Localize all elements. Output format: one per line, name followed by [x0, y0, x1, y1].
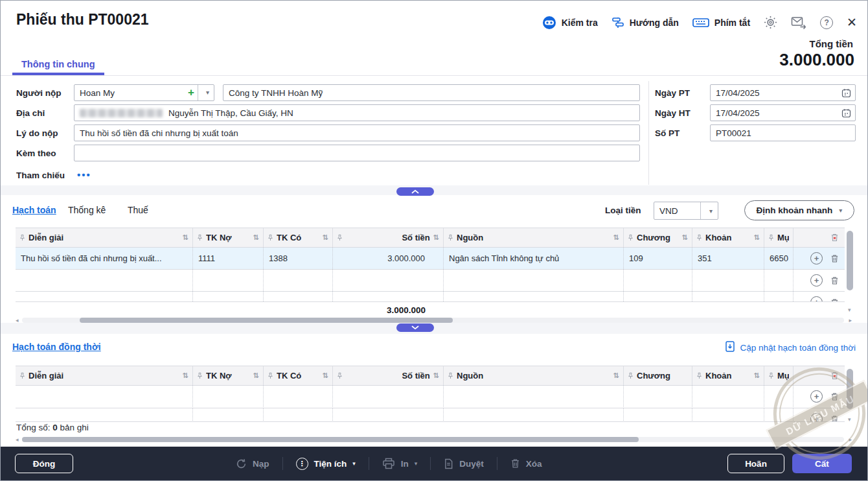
calendar-icon[interactable] — [841, 108, 851, 120]
simultaneous-row-clipped[interactable]: + — [16, 408, 845, 422]
add-row-icon[interactable]: + — [810, 413, 823, 422]
collapse-table-button[interactable] — [396, 323, 434, 332]
delete-row-icon[interactable] — [830, 254, 839, 263]
sort-icon[interactable]: ⇅ — [323, 371, 328, 380]
scroll-down-arrow[interactable]: ▾ — [848, 416, 851, 423]
pin-icon[interactable] — [197, 234, 203, 241]
add-payer-icon[interactable]: + — [188, 86, 194, 99]
col-header-amount[interactable]: Số tiền ⇅ — [333, 228, 444, 247]
sort-icon[interactable]: ⇅ — [253, 371, 259, 380]
scroll-right-arrow[interactable]: ▸ — [849, 436, 852, 443]
pin-icon[interactable] — [337, 234, 343, 241]
save-button[interactable]: Cất — [792, 454, 852, 473]
delete-all-icon[interactable] — [830, 371, 839, 381]
sort-icon[interactable]: ⇅ — [183, 371, 188, 380]
scroll-down-arrow[interactable]: ▾ — [848, 307, 851, 313]
sort-icon[interactable]: ⇅ — [433, 371, 439, 380]
payer-dropdown-icon[interactable]: ▾ — [206, 89, 209, 96]
payer-input[interactable]: Hoan My + ▾ — [74, 84, 214, 101]
settings-gear-icon[interactable] — [764, 16, 777, 29]
collapse-form-button[interactable] — [396, 187, 434, 196]
sort-icon[interactable]: ⇅ — [754, 233, 760, 242]
simultaneous-row-empty[interactable]: + — [16, 386, 845, 408]
col-header-desc[interactable]: Diễn giải ⇅ — [16, 228, 193, 247]
scrollbar-thumb[interactable] — [847, 369, 853, 409]
col-header-sub[interactable]: Mục — [764, 366, 794, 385]
pin-icon[interactable] — [768, 372, 774, 379]
add-row-icon[interactable]: + — [810, 274, 823, 287]
postpone-button[interactable]: Hoãn — [727, 454, 784, 473]
accounting-row-empty[interactable]: + — [16, 270, 845, 292]
sort-icon[interactable]: ⇅ — [433, 233, 439, 242]
sort-icon[interactable]: ⇅ — [613, 371, 619, 380]
currency-select[interactable]: VND ▾ — [654, 202, 718, 220]
delete-button[interactable]: Xóa — [510, 458, 542, 469]
delete-row-icon[interactable] — [830, 415, 839, 423]
pin-icon[interactable] — [768, 234, 774, 241]
col-header-source[interactable]: Nguồn ⇅ — [444, 228, 624, 247]
pin-icon[interactable] — [268, 234, 273, 241]
delete-row-icon[interactable] — [830, 392, 839, 401]
receipt-no-input[interactable]: PT00021 — [710, 124, 856, 141]
col-header-item[interactable]: Khoản ⇅ — [692, 228, 764, 247]
pin-icon[interactable] — [696, 372, 702, 379]
pin-icon[interactable] — [337, 372, 343, 379]
col-header-chapter[interactable]: Chương — [624, 366, 692, 385]
col-header-credit[interactable]: TK Có ⇅ — [264, 228, 333, 247]
shortcut-button[interactable]: Phím tắt — [692, 17, 750, 29]
tab-general-info[interactable]: Thông tin chung — [12, 56, 104, 75]
print-button[interactable]: In ▾ — [382, 458, 418, 469]
sort-icon[interactable]: ⇅ — [183, 233, 188, 242]
approve-button[interactable]: Duyệt — [444, 458, 484, 469]
col-header-item[interactable]: Khoản ⇅ — [692, 366, 764, 385]
update-simultaneous-link[interactable]: Cập nhật hạch toán đồng thời — [725, 340, 856, 355]
simultaneous-title-link[interactable]: Hạch toán đồng thời — [12, 342, 101, 352]
col-header-desc[interactable]: Diễn giải ⇅ — [16, 366, 193, 385]
pin-icon[interactable] — [696, 234, 702, 241]
scrollbar-thumb[interactable] — [80, 318, 453, 323]
reload-button[interactable]: Nạp — [236, 458, 269, 469]
check-button[interactable]: Kiểm tra — [542, 16, 598, 30]
accounting-row-clipped[interactable]: + — [16, 292, 845, 302]
sort-icon[interactable]: ⇅ — [682, 233, 688, 242]
add-row-icon[interactable]: + — [810, 252, 823, 264]
help-icon[interactable]: ? — [820, 16, 833, 29]
scrollbar-thumb[interactable] — [22, 437, 639, 442]
quick-entry-button[interactable]: Định khoản nhanh ▾ — [744, 200, 854, 220]
pin-icon[interactable] — [268, 372, 273, 379]
pin-icon[interactable] — [628, 234, 634, 241]
tab-statistics[interactable]: Thống kê — [68, 205, 106, 215]
col-header-debit[interactable]: TK Nợ ⇅ — [193, 228, 264, 247]
pin-icon[interactable] — [197, 372, 203, 379]
col-header-debit[interactable]: TK Nợ ⇅ — [193, 366, 264, 385]
sort-icon[interactable]: ⇅ — [613, 233, 619, 242]
send-mail-icon[interactable] — [791, 16, 806, 29]
reference-more-icon[interactable]: ••• — [77, 167, 91, 183]
utilities-button[interactable]: ⋮ Tiện ích ▾ — [296, 458, 356, 470]
scroll-left-arrow[interactable]: ◂ — [16, 436, 19, 443]
delete-row-icon[interactable] — [830, 276, 839, 285]
pin-icon[interactable] — [19, 372, 25, 379]
add-row-icon[interactable]: + — [810, 390, 823, 403]
col-header-amount[interactable]: Số tiền ⇅ — [333, 366, 444, 385]
col-header-credit[interactable]: TK Có ⇅ — [264, 366, 333, 385]
attachment-input[interactable] — [74, 145, 640, 161]
tab-accounting[interactable]: Hạch toán — [12, 205, 56, 215]
sort-icon[interactable]: ⇅ — [754, 371, 760, 380]
delete-all-icon[interactable] — [830, 233, 839, 242]
receipt-date-input[interactable]: 17/04/2025 — [710, 84, 856, 101]
close-button[interactable]: Đóng — [15, 454, 73, 473]
payer-company-input[interactable]: Công ty TNHH Hoàn Mỹ — [223, 84, 640, 101]
reason-input[interactable]: Thu hồi số tiền đã chi nhưng bị xuất toá… — [74, 124, 640, 141]
scrollbar-thumb[interactable] — [847, 231, 853, 290]
accounting-row[interactable]: Thu hồi số tiền đã chi nhưng bị xuất... … — [16, 248, 845, 270]
pin-icon[interactable] — [628, 372, 634, 379]
address-input[interactable]: Nguyễn Thị Thập, Cầu Giấy, HN — [74, 104, 640, 121]
add-row-icon[interactable]: + — [810, 296, 823, 302]
pin-icon[interactable] — [448, 234, 453, 241]
guide-button[interactable]: Hướng dẫn — [611, 16, 679, 29]
posting-date-input[interactable]: 17/04/2025 — [710, 104, 856, 121]
calendar-icon[interactable] — [841, 88, 851, 100]
pin-icon[interactable] — [19, 234, 25, 241]
tab-tax[interactable]: Thuế — [128, 205, 148, 215]
